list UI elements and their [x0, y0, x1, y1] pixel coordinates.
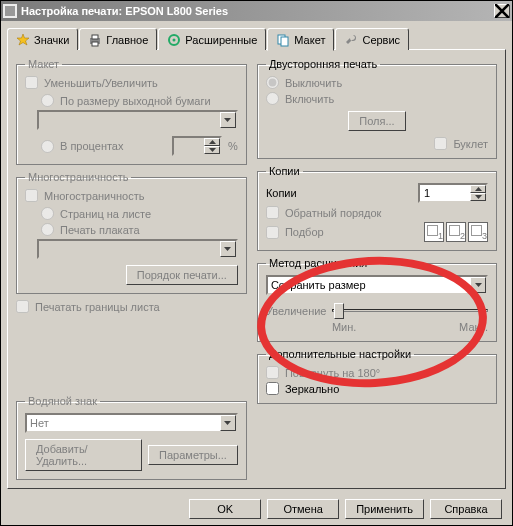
chevron-down-icon [220, 241, 236, 257]
tab-label: Значки [34, 34, 69, 46]
margins-button[interactable]: Поля... [348, 111, 405, 131]
print-order-button[interactable]: Порядок печати... [126, 265, 238, 285]
multipage-combo[interactable] [37, 239, 238, 259]
group-duplex: Двусторонняя печать Выключить Включить П… [257, 58, 497, 159]
tab-content: Макет Уменьшить/Увеличить По размеру вых… [7, 49, 506, 489]
duplex-on-radio[interactable]: Включить [266, 92, 334, 105]
window-title: Настройка печати: EPSON L800 Series [21, 5, 494, 17]
zoom-label: Увеличение [266, 305, 327, 317]
dialog-buttons: OK Отмена Применить Справка [189, 499, 502, 519]
group-legend: Многостраничность [25, 171, 131, 183]
group-legend: Водяной знак [25, 395, 100, 407]
poster-radio[interactable]: Печать плаката [41, 223, 140, 236]
duplex-off-radio[interactable]: Выключить [266, 76, 342, 89]
group-copies: Копии Копии 1 Обратный порядок Подбор 1 … [257, 165, 497, 251]
titlebar: Настройка печати: EPSON L800 Series [1, 1, 512, 21]
tab-main[interactable]: Главное [79, 28, 157, 50]
cancel-button[interactable]: Отмена [267, 499, 339, 519]
tab-strip: Значки Главное Расширенные Макет Сервис [7, 28, 506, 50]
group-legend: Метод расширения [266, 257, 370, 269]
gear-icon [167, 33, 181, 47]
app-icon [3, 4, 17, 18]
booklet-check[interactable]: Буклет [434, 137, 488, 150]
group-legend: Копии [266, 165, 303, 177]
tab-label: Макет [294, 34, 325, 46]
tab-service[interactable]: Сервис [335, 28, 409, 50]
collate-illustration: 1 2 3 [424, 222, 488, 242]
group-multipage: Многостраничность Многостраничность Стра… [16, 171, 247, 294]
tab-label: Расширенные [185, 34, 257, 46]
multipage-check[interactable]: Многостраничность [25, 189, 144, 202]
expand-method-combo[interactable]: Сохранить размер [266, 275, 488, 295]
watermark-combo[interactable]: Нет [25, 413, 238, 433]
add-remove-watermark-button[interactable]: Добавить/Удалить... [25, 439, 142, 471]
tab-icons[interactable]: Значки [7, 28, 78, 50]
close-button[interactable] [494, 4, 510, 18]
printer-icon [88, 33, 102, 47]
svg-rect-2 [92, 42, 98, 46]
rotate-180-check[interactable]: Повернуть на 180° [266, 366, 380, 379]
group-legend: Двусторонняя печать [266, 58, 380, 70]
watermark-params-button[interactable]: Параметры... [148, 445, 238, 465]
tab-label: Сервис [362, 34, 400, 46]
wrench-icon [344, 33, 358, 47]
chevron-down-icon [470, 277, 486, 293]
slider-thumb-icon[interactable] [334, 303, 344, 319]
ok-button[interactable]: OK [189, 499, 261, 519]
spin-up-icon[interactable] [470, 185, 486, 193]
group-legend: Дополнительные настройки [266, 348, 414, 360]
reduce-enlarge-check[interactable]: Уменьшить/Увеличить [25, 76, 158, 89]
group-more-settings: Дополнительные настройки Повернуть на 18… [257, 348, 497, 404]
group-layout: Макет Уменьшить/Увеличить По размеру вых… [16, 58, 247, 165]
percent-input[interactable] [172, 136, 222, 156]
apply-button[interactable]: Применить [345, 499, 424, 519]
spin-down-icon[interactable] [470, 193, 486, 201]
group-legend: Макет [25, 58, 62, 70]
pages-icon [276, 33, 290, 47]
chevron-down-icon [220, 112, 236, 128]
svg-rect-1 [92, 35, 98, 39]
mirror-check[interactable]: Зеркально [266, 382, 339, 395]
print-settings-window: Настройка печати: EPSON L800 Series Знач… [0, 0, 513, 526]
by-output-radio[interactable]: По размеру выходной бумаги [41, 94, 211, 107]
print-borders-check[interactable]: Печатать границы листа [16, 300, 160, 313]
reverse-order-check[interactable]: Обратный порядок [266, 206, 381, 219]
group-watermark: Водяной знак Нет Добавить/Удалить... Пар… [16, 395, 247, 480]
pages-per-sheet-radio[interactable]: Страниц на листе [41, 207, 151, 220]
output-paper-combo[interactable] [37, 110, 238, 130]
svg-rect-6 [281, 37, 288, 46]
tab-layout[interactable]: Макет [267, 28, 334, 51]
chevron-down-icon [220, 415, 236, 431]
star-icon [16, 33, 30, 47]
tab-label: Главное [106, 34, 148, 46]
copies-label: Копии [266, 187, 297, 199]
svg-point-4 [173, 38, 176, 41]
zoom-slider[interactable] [332, 301, 488, 321]
tab-advanced[interactable]: Расширенные [158, 28, 266, 50]
help-button[interactable]: Справка [430, 499, 502, 519]
copies-input[interactable]: 1 [418, 183, 488, 203]
group-expand-method: Метод расширения Сохранить размер Увелич… [257, 257, 497, 342]
collate-check[interactable]: Подбор [266, 226, 324, 239]
percent-radio[interactable]: В процентах [41, 140, 124, 153]
